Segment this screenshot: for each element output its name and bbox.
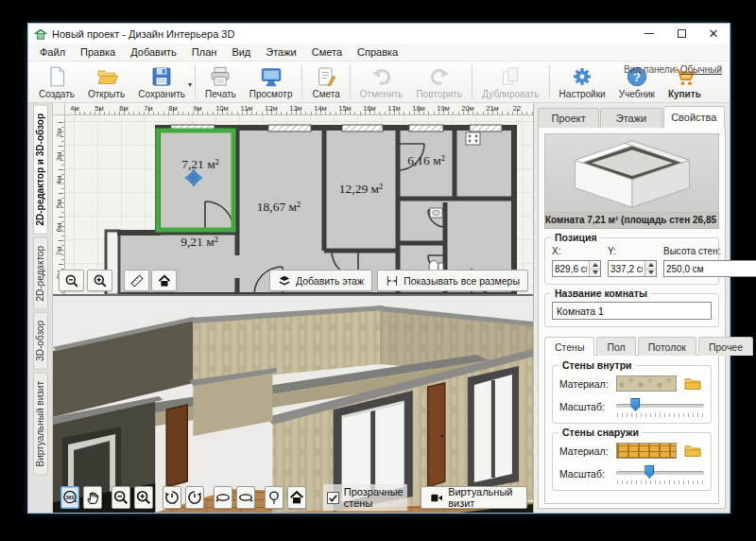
menu-item[interactable]: Файл	[32, 44, 73, 60]
walls-inner-title: Стены внутри	[558, 359, 636, 371]
walls-inner-group: Стены внутри Материал:	[552, 365, 712, 424]
y-input[interactable]	[609, 261, 644, 276]
scene-3d-view[interactable]: 360	[53, 296, 533, 513]
tab-walls[interactable]: Стены	[544, 337, 594, 356]
tilt-down-button[interactable]	[185, 486, 204, 509]
tab-properties[interactable]: Свойства	[663, 106, 725, 128]
home-icon	[288, 489, 305, 506]
outer-material-browse-button[interactable]	[681, 443, 704, 459]
light-button[interactable]	[265, 486, 284, 509]
ruler-vertical: 2м3м4м5м6м7м8м	[53, 115, 65, 294]
spin-down-icon[interactable]	[590, 270, 600, 277]
rotate-360-button[interactable]: 360	[60, 486, 79, 509]
show-all-sizes-button[interactable]: Показывать все размеры	[377, 270, 528, 291]
transparent-walls-checkbox[interactable]	[327, 492, 339, 504]
minimize-button[interactable]	[633, 24, 665, 44]
virtual-visit-button[interactable]: Виртуальный визит	[421, 486, 527, 509]
add-floor-button[interactable]: Добавить этаж	[269, 270, 372, 291]
plan-home-button[interactable]	[151, 270, 177, 291]
redo-button[interactable]: Повторить	[410, 62, 470, 101]
position-group: Позиция X: Y: Высота стен:	[544, 237, 719, 285]
settings-button[interactable]: Настройки	[553, 62, 612, 101]
slider-handle[interactable]	[644, 465, 654, 479]
menu-item[interactable]: Правка	[73, 44, 123, 60]
spin-up-icon[interactable]	[645, 261, 656, 270]
y-spinner[interactable]	[644, 261, 656, 276]
orbit-right-button[interactable]	[236, 486, 255, 509]
ruler-h-label: 20м	[461, 104, 474, 113]
outer-material-swatch[interactable]	[616, 443, 677, 459]
wall-height-field[interactable]	[663, 260, 756, 277]
duplicate-button[interactable]: Дублировать	[475, 62, 545, 101]
rotate-vertical-cw-icon	[186, 489, 203, 506]
menu-item[interactable]: Вид	[224, 44, 258, 60]
plan-canvas[interactable]: 7,21 м² 18,67 м² 12,29 м² 6,16 м² 9,21 м…	[65, 115, 533, 294]
room-name-input[interactable]	[552, 302, 712, 320]
plan-zoom-in-button[interactable]	[87, 270, 112, 291]
slider-track[interactable]	[616, 471, 704, 475]
save-project-button[interactable]: Сохранить	[131, 62, 192, 101]
x-input[interactable]	[553, 261, 589, 276]
tab-floors[interactable]: Этажи	[600, 108, 662, 128]
tab-ceiling[interactable]: Потолок	[638, 337, 696, 356]
spin-down-icon[interactable]	[645, 270, 656, 277]
panel-view-selector[interactable]: Вид панели: Обычный	[624, 64, 722, 75]
zoom-out-3d-button[interactable]	[112, 486, 130, 509]
tab-other[interactable]: Прочее	[698, 337, 753, 356]
tab-virtual-visit[interactable]: Виртуальный визит	[33, 373, 48, 476]
svg-text:360: 360	[66, 495, 75, 500]
menu-item[interactable]: Смета	[304, 44, 350, 60]
toolbar-separator	[472, 65, 472, 98]
slider-handle[interactable]	[630, 398, 640, 411]
hand-pan-icon	[84, 489, 101, 506]
ruler-h-label: 10м	[215, 104, 229, 113]
toolbar-separator	[195, 65, 196, 98]
zoom-in-3d-button[interactable]	[134, 486, 153, 509]
ruler-h-label: 11м	[241, 104, 253, 113]
inner-material-browse-button[interactable]	[681, 375, 704, 392]
folder-icon	[684, 445, 701, 458]
inner-scale-slider[interactable]	[616, 397, 704, 416]
x-spinner[interactable]	[589, 261, 600, 276]
wall-height-label: Высота стен:	[663, 246, 756, 256]
ruler-h-label: 16м	[363, 104, 376, 113]
pan-button[interactable]	[83, 486, 102, 509]
tab-2d-editor[interactable]: 2D-редактор	[33, 237, 48, 310]
menu-item[interactable]: Добавить	[123, 44, 184, 60]
outer-scale-slider[interactable]	[616, 464, 704, 483]
spin-up-icon[interactable]	[590, 261, 600, 270]
plan-2d-view[interactable]: 4м5м6м7м8м9м10м11м12м13м14м15м16м17м18м1…	[53, 103, 533, 296]
panel-view-value[interactable]: Обычный	[680, 64, 722, 75]
menu-item[interactable]: План	[184, 44, 225, 60]
measure-tool-button[interactable]	[124, 270, 149, 291]
open-label: Открыть	[88, 89, 125, 99]
open-project-button[interactable]: Открыть	[81, 62, 131, 101]
estimate-button[interactable]: Смета	[305, 62, 346, 101]
save-dropdown-arrow[interactable]: ▾	[188, 62, 192, 101]
plan-zoom-out-button[interactable]	[59, 270, 84, 291]
duplicate-pages-icon	[499, 65, 522, 88]
tab-project[interactable]: Проект	[538, 108, 599, 128]
wall-height-input[interactable]	[664, 261, 756, 276]
undo-button[interactable]: Отменить	[353, 62, 410, 101]
home-3d-button[interactable]	[287, 486, 306, 509]
tab-3d-view[interactable]: 3D-обзор	[33, 312, 48, 370]
print-button[interactable]: Печать	[198, 62, 243, 101]
maximize-button[interactable]	[665, 24, 697, 44]
menu-item[interactable]: Этажи	[258, 44, 303, 60]
menu-item[interactable]: Справка	[350, 44, 405, 60]
tilt-up-button[interactable]	[163, 486, 181, 509]
y-field[interactable]	[608, 260, 657, 277]
inner-material-swatch[interactable]	[616, 375, 677, 392]
preview-button[interactable]: Просмотр	[243, 62, 300, 101]
tab-floor[interactable]: Пол	[596, 337, 635, 356]
close-button[interactable]: ✕	[697, 24, 730, 44]
x-field[interactable]	[552, 260, 601, 277]
transparent-walls-toggle[interactable]: Прозрачные стены	[323, 484, 407, 511]
tab-2d-and-3d[interactable]: 2D-редактор и 3D-обзор	[33, 105, 48, 235]
tutorial-label: Учебник	[619, 89, 655, 99]
orbit-left-button[interactable]	[214, 486, 232, 509]
menubar: ФайлПравкаДобавитьПланВидЭтажиСметаСправ…	[28, 44, 730, 61]
new-project-button[interactable]: Создать	[32, 62, 81, 101]
slider-track[interactable]	[616, 404, 704, 408]
